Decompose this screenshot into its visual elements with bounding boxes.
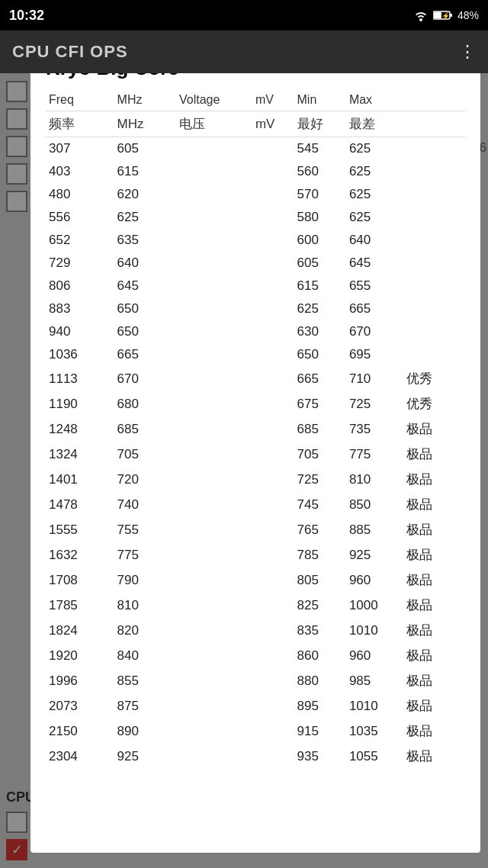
cell-mv — [252, 618, 294, 643]
cell-mhz: 635 — [114, 229, 176, 252]
cell-max: 655 — [346, 275, 403, 297]
cell-min: 545 — [294, 137, 346, 161]
cell-mv — [252, 668, 294, 693]
cell-freq: 2304 — [46, 744, 114, 769]
table-row: 1324 705 705 775 极品 — [46, 442, 465, 467]
header-row-zh: 频率 MHz 电压 mV 最好 最差 — [46, 111, 465, 137]
cell-min: 895 — [294, 693, 346, 719]
table-row: 2073 875 895 1010 极品 — [46, 693, 465, 719]
cell-rating — [403, 183, 465, 206]
cell-min: 805 — [294, 567, 346, 593]
cell-max: 810 — [346, 467, 403, 492]
table-row: 1920 840 860 960 极品 — [46, 643, 465, 668]
cell-min: 765 — [294, 517, 346, 542]
cell-voltage — [176, 643, 252, 668]
cell-freq: 1785 — [46, 593, 114, 618]
cell-mhz: 790 — [114, 567, 176, 593]
cell-voltage — [176, 668, 252, 693]
cell-min: 705 — [294, 442, 346, 467]
table-row: 806 645 615 655 — [46, 275, 465, 297]
cell-mv — [252, 229, 294, 252]
cell-voltage — [176, 693, 252, 719]
table-row: 1708 790 805 960 极品 — [46, 567, 465, 593]
cell-min: 600 — [294, 229, 346, 252]
cell-freq: 1996 — [46, 668, 114, 693]
cell-rating: 极品 — [403, 593, 465, 618]
cell-freq: 1036 — [46, 343, 114, 366]
cell-voltage — [176, 391, 252, 416]
cell-voltage — [176, 366, 252, 391]
cell-rating — [403, 229, 465, 252]
cell-mhz: 620 — [114, 183, 176, 206]
cell-voltage — [176, 416, 252, 442]
table-row: 403 615 560 625 — [46, 160, 465, 183]
table-row: 1632 775 785 925 极品 — [46, 542, 465, 567]
cell-voltage — [176, 492, 252, 517]
cell-mv — [252, 206, 294, 229]
header-freq-zh: 频率 — [46, 111, 114, 137]
table-row: 307 605 545 625 — [46, 137, 465, 161]
cell-max: 625 — [346, 206, 403, 229]
cell-max: 1000 — [346, 593, 403, 618]
cell-voltage — [176, 593, 252, 618]
cell-mv — [252, 492, 294, 517]
cell-voltage — [176, 275, 252, 297]
cell-mhz: 615 — [114, 160, 176, 183]
cell-min: 650 — [294, 343, 346, 366]
cell-rating — [403, 343, 465, 366]
cell-mhz: 855 — [114, 668, 176, 693]
table-row: 1248 685 685 735 极品 — [46, 416, 465, 442]
cell-mv — [252, 160, 294, 183]
cell-freq: 1478 — [46, 492, 114, 517]
cell-mv — [252, 593, 294, 618]
cell-max: 775 — [346, 442, 403, 467]
cell-mv — [252, 467, 294, 492]
cell-min: 825 — [294, 593, 346, 618]
cell-min: 570 — [294, 183, 346, 206]
cell-freq: 1824 — [46, 618, 114, 643]
cell-rating — [403, 297, 465, 320]
cell-min: 580 — [294, 206, 346, 229]
menu-icon[interactable]: ⋮ — [459, 42, 476, 62]
cell-min: 880 — [294, 668, 346, 693]
cell-rating: 极品 — [403, 668, 465, 693]
app-bar: CPU CFI OPS ⋮ — [0, 31, 488, 73]
cell-mhz: 625 — [114, 206, 176, 229]
header-rating-zh — [403, 111, 465, 137]
cell-min: 605 — [294, 252, 346, 275]
table-row: 1478 740 745 850 极品 — [46, 492, 465, 517]
cell-max: 1035 — [346, 719, 403, 744]
cell-max: 625 — [346, 137, 403, 161]
table-row: 1996 855 880 985 极品 — [46, 668, 465, 693]
table-row: 1555 755 765 885 极品 — [46, 517, 465, 542]
cell-mhz: 645 — [114, 275, 176, 297]
table-row: 1824 820 835 1010 极品 — [46, 618, 465, 643]
battery-percent: 48% — [458, 9, 479, 21]
header-voltage-en: Voltage — [176, 89, 252, 111]
cell-freq: 1401 — [46, 467, 114, 492]
dialog-body[interactable]: Freq MHz Voltage mV Min Max 频率 MHz 电压 mV… — [30, 89, 480, 853]
cell-voltage — [176, 297, 252, 320]
cell-voltage — [176, 137, 252, 161]
cell-max: 710 — [346, 366, 403, 391]
cell-rating: 极品 — [403, 416, 465, 442]
cell-mv — [252, 442, 294, 467]
cell-max: 1010 — [346, 618, 403, 643]
cell-freq: 1632 — [46, 542, 114, 567]
header-voltage-zh: 电压 — [176, 111, 252, 137]
table-row: 729 640 605 645 — [46, 252, 465, 275]
cell-freq: 1920 — [46, 643, 114, 668]
header-row-en: Freq MHz Voltage mV Min Max — [46, 89, 465, 111]
cell-mv — [252, 252, 294, 275]
cell-voltage — [176, 343, 252, 366]
cell-rating — [403, 206, 465, 229]
cell-mhz: 640 — [114, 252, 176, 275]
svg-rect-2 — [434, 12, 441, 18]
cell-rating: 极品 — [403, 442, 465, 467]
cell-mhz: 605 — [114, 137, 176, 161]
cell-max: 625 — [346, 160, 403, 183]
header-max-zh: 最差 — [346, 111, 403, 137]
status-bar: 10:32 ⚡ 48% — [0, 0, 488, 31]
cell-voltage — [176, 252, 252, 275]
cell-max: 1055 — [346, 744, 403, 769]
